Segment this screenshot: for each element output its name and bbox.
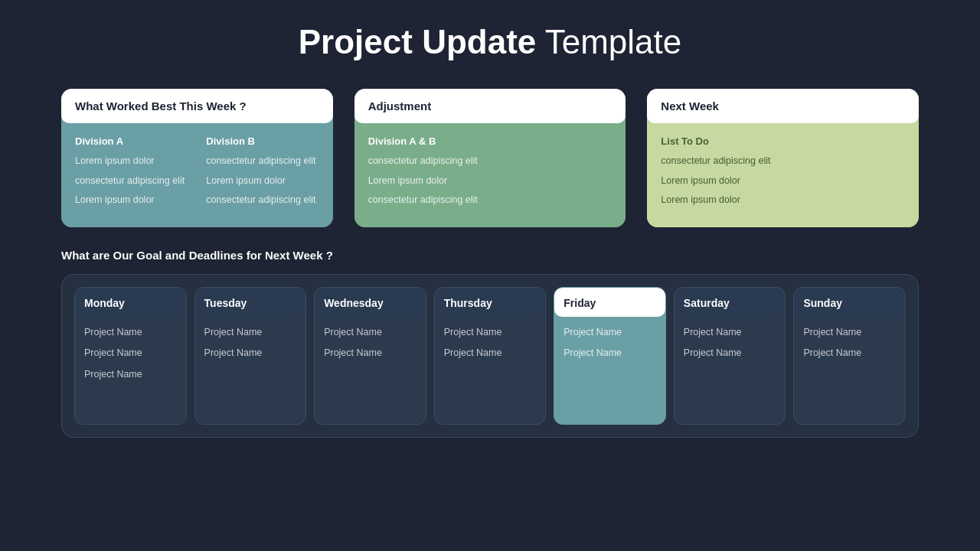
day-item-saturday-1: Project Name: [684, 347, 776, 360]
col-heading-what-worked-0: Division A: [75, 135, 188, 147]
col-heading-what-worked-1: Division B: [206, 135, 318, 147]
weekly-grid: MondayProject NameProject NameProject Na…: [74, 287, 906, 425]
day-item-friday-1: Project Name: [564, 347, 656, 360]
weekly-outer: MondayProject NameProject NameProject Na…: [61, 274, 919, 438]
goals-heading: What are Our Goal and Deadlines for Next…: [61, 249, 919, 262]
day-body-wednesday: Project NameProject Name: [315, 317, 426, 377]
day-body-sunday: Project NameProject Name: [794, 317, 905, 377]
top-cards-row: What Worked Best This Week ?Division ALo…: [61, 89, 919, 227]
col-item-next-week-0-1: Lorem ipsum dolor: [661, 174, 905, 188]
day-item-saturday-0: Project Name: [684, 326, 776, 340]
day-item-thursday-0: Project Name: [444, 326, 537, 340]
card-col-what-worked-1: Division Bconsectetur adipiscing elitLor…: [206, 135, 318, 214]
day-header-monday: Monday: [75, 288, 186, 317]
day-card-thursday: ThursdayProject NameProject Name: [434, 287, 547, 425]
card-col-adjustment-0: Division A & Bconsectetur adipiscing eli…: [368, 135, 612, 214]
day-item-wednesday-0: Project Name: [324, 326, 416, 340]
day-card-saturday: SaturdayProject NameProject Name: [674, 287, 786, 425]
card-header-what-worked: What Worked Best This Week ?: [61, 89, 333, 123]
day-body-thursday: Project NameProject Name: [435, 317, 546, 377]
day-header-thursday: Thursday: [435, 288, 546, 317]
day-item-tuesday-0: Project Name: [204, 326, 297, 340]
day-header-saturday: Saturday: [675, 288, 786, 317]
day-body-monday: Project NameProject NameProject Name: [75, 317, 186, 399]
day-item-thursday-1: Project Name: [444, 347, 537, 360]
col-item-adjustment-0-0: consectetur adipiscing elit: [368, 155, 612, 168]
day-header-friday: Friday: [554, 288, 665, 317]
col-item-what-worked-0-1: consectetur adipiscing elit: [75, 174, 188, 188]
page-wrapper: Project Update Template What Worked Best…: [0, 0, 980, 551]
day-header-sunday: Sunday: [794, 288, 905, 317]
card-columns-adjustment: Division A & Bconsectetur adipiscing eli…: [368, 135, 612, 214]
col-heading-adjustment-0: Division A & B: [368, 135, 612, 147]
col-item-what-worked-1-2: consectetur adipiscing elit: [206, 194, 318, 207]
day-item-monday-2: Project Name: [84, 368, 177, 382]
day-card-tuesday: TuesdayProject NameProject Name: [194, 287, 307, 425]
day-card-monday: MondayProject NameProject NameProject Na…: [74, 287, 187, 425]
col-item-adjustment-0-2: consectetur adipiscing elit: [368, 194, 612, 207]
card-adjustment: AdjustmentDivision A & Bconsectetur adip…: [354, 89, 626, 227]
col-item-next-week-0-2: Lorem ipsum dolor: [661, 194, 905, 207]
day-item-monday-0: Project Name: [84, 326, 177, 340]
day-header-tuesday: Tuesday: [195, 288, 306, 317]
col-heading-next-week-0: List To Do: [661, 135, 905, 147]
day-header-wednesday: Wednesday: [315, 288, 426, 317]
col-item-adjustment-0-1: Lorem ipsum dolor: [368, 174, 612, 188]
day-item-monday-1: Project Name: [84, 347, 177, 360]
card-next-week: Next WeekList To Doconsectetur adipiscin…: [647, 89, 919, 227]
col-item-what-worked-0-2: Lorem ipsum dolor: [75, 194, 188, 207]
col-item-what-worked-1-1: Lorem ipsum dolor: [206, 174, 318, 188]
card-col-next-week-0: List To Doconsectetur adipiscing elitLor…: [661, 135, 905, 214]
card-header-next-week: Next Week: [647, 89, 919, 123]
page-title: Project Update Template: [61, 23, 919, 61]
day-card-wednesday: WednesdayProject NameProject Name: [314, 287, 426, 425]
day-card-friday: FridayProject NameProject Name: [554, 287, 666, 425]
card-col-what-worked-0: Division ALorem ipsum dolorconsectetur a…: [75, 135, 188, 214]
card-what-worked: What Worked Best This Week ?Division ALo…: [61, 89, 333, 227]
day-body-friday: Project NameProject Name: [554, 317, 665, 377]
col-item-next-week-0-0: consectetur adipiscing elit: [661, 155, 905, 168]
day-item-tuesday-1: Project Name: [204, 347, 297, 360]
day-item-friday-0: Project Name: [564, 326, 656, 340]
card-columns-what-worked: Division ALorem ipsum dolorconsectetur a…: [75, 135, 319, 214]
card-body-next-week: List To Doconsectetur adipiscing elitLor…: [647, 123, 919, 227]
day-body-saturday: Project NameProject Name: [675, 317, 786, 377]
card-header-adjustment: Adjustment: [354, 89, 626, 123]
col-item-what-worked-0-0: Lorem ipsum dolor: [75, 155, 188, 168]
card-columns-next-week: List To Doconsectetur adipiscing elitLor…: [661, 135, 905, 214]
day-item-wednesday-1: Project Name: [324, 347, 416, 360]
card-body-what-worked: Division ALorem ipsum dolorconsectetur a…: [61, 123, 333, 227]
day-item-sunday-1: Project Name: [803, 347, 896, 360]
day-body-tuesday: Project NameProject Name: [195, 317, 306, 377]
card-body-adjustment: Division A & Bconsectetur adipiscing eli…: [354, 123, 626, 227]
col-item-what-worked-1-0: consectetur adipiscing elit: [206, 155, 318, 168]
title-bold: Project Update: [299, 23, 537, 60]
day-item-sunday-0: Project Name: [803, 326, 896, 340]
day-card-sunday: SundayProject NameProject Name: [793, 287, 906, 425]
title-light: Template: [536, 23, 681, 60]
